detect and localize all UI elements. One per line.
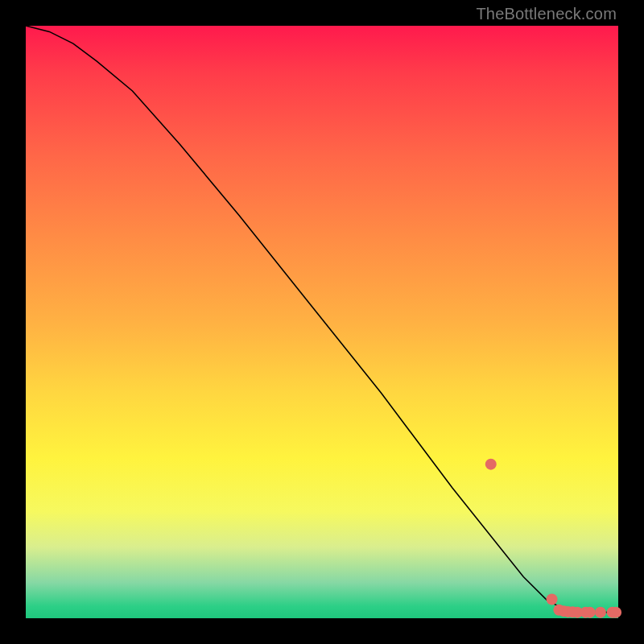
highlight-dot xyxy=(485,459,497,470)
highlight-segment xyxy=(547,588,549,592)
watermark-text: TheBottleneck.com xyxy=(476,5,617,23)
chart-frame: TheBottleneck.com xyxy=(0,0,644,644)
chart-svg xyxy=(26,26,618,618)
highlight-segment xyxy=(488,470,511,500)
curve-line xyxy=(26,26,618,613)
highlight-dot xyxy=(610,607,621,618)
highlight-segments xyxy=(458,423,549,592)
highlight-dot xyxy=(584,607,596,618)
highlight-dot xyxy=(595,607,606,618)
highlight-segment xyxy=(518,523,523,529)
highlight-segment xyxy=(458,423,481,452)
plot-area xyxy=(26,26,618,618)
highlight-segment xyxy=(526,544,535,559)
highlight-segment xyxy=(539,571,544,580)
highlight-dot xyxy=(547,593,558,605)
highlight-dots xyxy=(485,459,621,618)
